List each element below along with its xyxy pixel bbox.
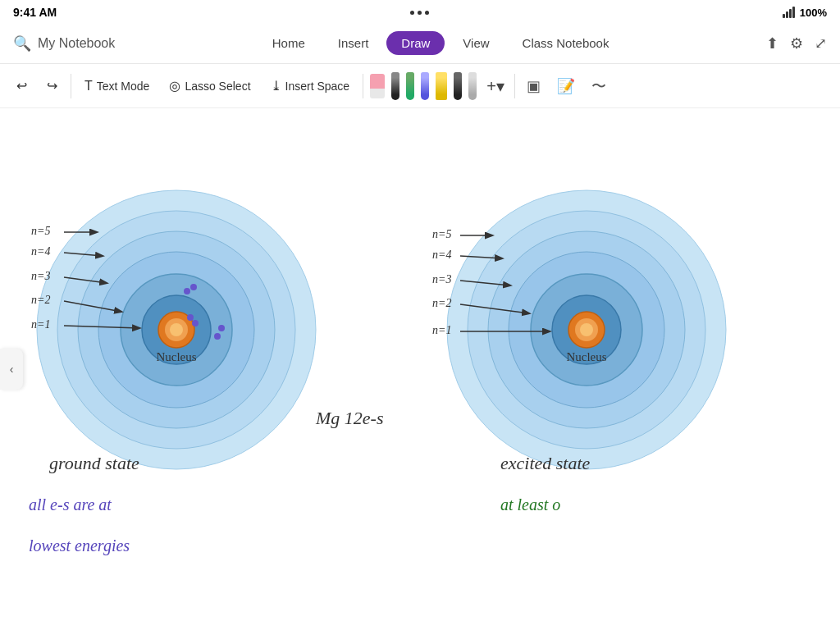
text-mode-button[interactable]: T Text Mode xyxy=(75,74,159,98)
notebook-title: My Notebook xyxy=(38,36,115,51)
battery-label: 100% xyxy=(800,7,827,19)
insert-space-icon: ⤓ xyxy=(271,78,281,94)
text-mode-icon: T xyxy=(84,79,93,94)
svg-text:Mg 12e-s: Mg 12e-s xyxy=(315,408,383,428)
separator-1 xyxy=(71,74,71,98)
drawing-canvas[interactable]: Nucleus n=5 n=4 n=3 n=2 n=1 ground state… xyxy=(0,108,840,630)
svg-text:excited state: excited state xyxy=(500,453,591,473)
dot1 xyxy=(410,11,414,15)
pen-dark[interactable] xyxy=(450,71,465,102)
top-nav: 🔍 My Notebook Home Insert Draw View Clas… xyxy=(0,23,840,64)
undo-button[interactable]: ↩ xyxy=(7,73,37,98)
svg-text:n=2: n=2 xyxy=(432,297,451,309)
svg-point-12 xyxy=(218,325,225,331)
status-center xyxy=(410,11,429,15)
nucleus-label-right: Nucleus xyxy=(566,350,606,363)
svg-point-35 xyxy=(580,323,593,336)
settings-icon[interactable]: ⚙ xyxy=(790,34,803,52)
redo-icon: ↪ xyxy=(47,78,57,94)
svg-text:n=5: n=5 xyxy=(432,228,451,240)
pen-black-icon xyxy=(391,72,399,100)
redo-button[interactable]: ↪ xyxy=(37,73,67,98)
eraser-icon xyxy=(370,74,385,98)
svg-text:n=4: n=4 xyxy=(432,249,451,261)
tab-view[interactable]: View xyxy=(448,31,504,55)
lasso-icon: ◎ xyxy=(169,78,180,94)
tab-insert[interactable]: Insert xyxy=(323,31,384,55)
fullscreen-icon[interactable]: ⤢ xyxy=(815,34,827,52)
search-icon[interactable]: 🔍 xyxy=(13,34,31,52)
pen-blue[interactable] xyxy=(418,71,432,102)
svg-text:n=2: n=2 xyxy=(31,294,50,306)
insert-space-label: Insert Space xyxy=(285,80,350,93)
dot2 xyxy=(418,11,422,15)
svg-point-11 xyxy=(192,320,199,326)
status-time: 9:41 AM xyxy=(13,6,57,19)
eraser-tool[interactable] xyxy=(367,72,388,100)
signal-icon xyxy=(783,7,795,18)
svg-text:n=3: n=3 xyxy=(432,273,451,285)
tab-draw[interactable]: Draw xyxy=(386,31,445,55)
svg-text:at least o: at least o xyxy=(500,495,560,514)
shapes-button[interactable]: ▣ xyxy=(518,74,549,98)
nav-tabs: Home Insert Draw View Class Notebook xyxy=(258,31,624,55)
tab-home[interactable]: Home xyxy=(258,31,320,55)
pen-light-icon xyxy=(468,72,477,100)
more-button[interactable]: 〜 xyxy=(583,73,614,99)
dot3 xyxy=(425,11,429,15)
svg-text:n=3: n=3 xyxy=(31,270,50,282)
pen-blue-icon xyxy=(421,72,429,100)
text-mode-label: Text Mode xyxy=(97,80,150,93)
separator-2 xyxy=(363,74,363,98)
svg-point-10 xyxy=(187,314,194,321)
status-bar: 9:41 AM 100% xyxy=(0,0,840,23)
nucleus-label-left: Nucleus xyxy=(156,350,196,363)
side-nav-button[interactable]: ‹ xyxy=(0,349,23,390)
status-right: 100% xyxy=(783,7,827,19)
pen-green[interactable] xyxy=(403,71,418,102)
add-pen-button[interactable]: +▾ xyxy=(480,73,511,99)
svg-text:n=4: n=4 xyxy=(31,245,50,258)
svg-point-9 xyxy=(190,284,197,290)
svg-point-7 xyxy=(170,323,183,336)
toolbar: ↩ ↪ T Text Mode ◎ Lasso Select ⤓ Insert … xyxy=(0,64,840,108)
insert-space-button[interactable]: ⤓ Insert Space xyxy=(261,73,360,98)
svg-text:ground state: ground state xyxy=(49,453,139,473)
pen-black[interactable] xyxy=(388,71,403,102)
share-icon[interactable]: ⬆ xyxy=(766,34,778,52)
nav-left: 🔍 My Notebook xyxy=(13,34,115,52)
canvas-area: ‹ Nucleus n=5 n=4 n=3 n=2 n=1 xyxy=(0,108,840,630)
pen-yellow[interactable] xyxy=(432,71,450,102)
lasso-select-button[interactable]: ◎ Lasso Select xyxy=(159,73,260,98)
tab-class-notebook[interactable]: Class Notebook xyxy=(508,31,624,55)
sticky-note-button[interactable]: 📝 xyxy=(549,74,583,98)
svg-text:n=5: n=5 xyxy=(31,225,50,237)
svg-text:n=1: n=1 xyxy=(432,324,451,336)
svg-point-8 xyxy=(184,288,190,294)
svg-text:all e-s are at: all e-s are at xyxy=(29,495,112,514)
nav-right: ⬆ ⚙ ⤢ xyxy=(766,34,827,52)
lasso-label: Lasso Select xyxy=(185,80,250,93)
pen-dark-icon xyxy=(454,72,462,100)
svg-text:lowest energies: lowest energies xyxy=(29,536,130,555)
separator-3 xyxy=(514,74,515,98)
undo-icon: ↩ xyxy=(16,78,27,94)
pen-yellow-icon xyxy=(436,72,447,100)
svg-text:n=1: n=1 xyxy=(31,318,50,331)
pen-green-icon xyxy=(406,72,414,100)
svg-point-13 xyxy=(214,333,221,340)
pen-light[interactable] xyxy=(465,71,480,102)
